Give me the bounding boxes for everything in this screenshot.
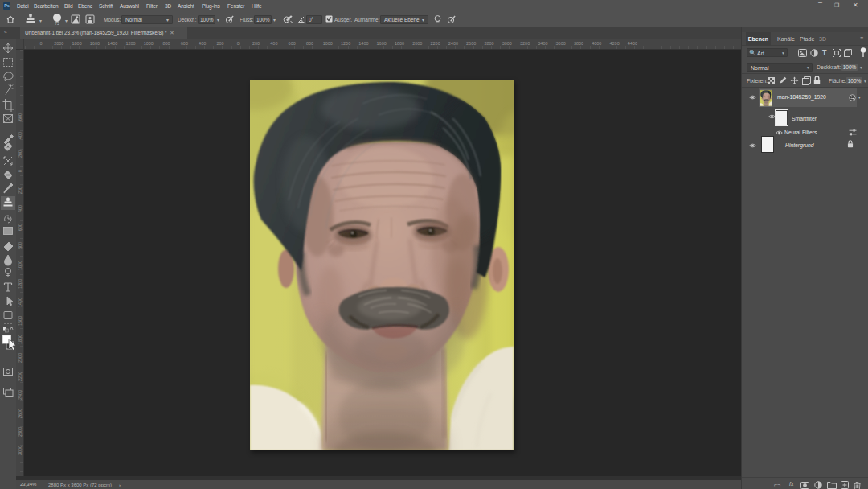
svg-text:75: 75 bbox=[55, 22, 59, 26]
